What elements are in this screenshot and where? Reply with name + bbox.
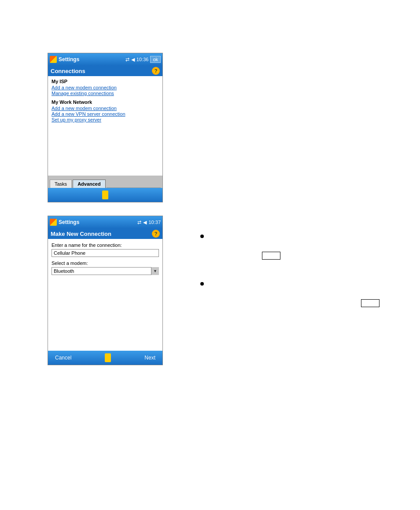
windows-logo-icon2 [50,219,57,226]
time-display2: 10:37 [148,220,161,225]
titlebar2-title: Settings [59,219,136,225]
time-display: 10:36 [136,57,149,62]
small-rect2 [361,299,379,307]
titlebar2-icons: ⇄ ◀ 10:37 [137,220,161,225]
screen2-make-connection: Settings ⇄ ◀ 10:37 Make New Connection ?… [48,216,163,365]
work-add-vpn-link[interactable]: Add a new VPN server connection [52,111,159,117]
connections-body: My ISP Add a new modem connection Manage… [48,76,162,176]
titlebar2: Settings ⇄ ◀ 10:37 [48,216,162,228]
connections-header: Connections ? [48,66,162,76]
isp-manage-link[interactable]: Manage existing connections [52,91,159,96]
tab-advanced[interactable]: Advanced [73,180,106,188]
tab-rest [107,179,161,188]
phone-icon [102,191,108,199]
tabs-bar: Tasks Advanced [48,176,162,188]
work-proxy-link[interactable]: Set up my proxy server [52,117,159,122]
bottom-bar2: Cancel Next [48,351,162,365]
make-conn-title: Make New Connection [51,231,111,237]
isp-add-modem-link[interactable]: Add a new modem connection [52,85,159,90]
bullet2 [200,282,204,286]
screen1-connections: Settings ⇄ ◀ 10:36 ok Connections ? My I… [48,53,163,202]
work-heading: My Work Network [52,99,159,105]
network-icon: ⇄ [125,57,129,62]
make-conn-header: Make New Connection ? [48,228,162,239]
modem-label: Select a modem: [52,261,159,266]
tab-tasks[interactable]: Tasks [50,180,72,188]
bottom-bar1 [48,188,162,202]
sound-icon2: ◀ [143,220,147,225]
titlebar1-icons: ⇄ ◀ 10:36 [125,57,149,62]
phone-icon2 [105,353,111,362]
connection-name-input[interactable] [52,249,159,257]
modem-select[interactable]: Bluetooth [52,267,159,275]
cancel-button[interactable]: Cancel [55,355,71,361]
connections-title: Connections [51,68,85,74]
network-icon2: ⇄ [137,220,141,225]
work-section: My Work Network Add a new modem connecti… [52,99,159,122]
ok-button[interactable]: ok [150,56,161,63]
bullet1 [200,235,204,238]
next-button[interactable]: Next [144,355,155,361]
titlebar1: Settings ⇄ ◀ 10:36 ok [48,53,162,66]
work-add-modem-link[interactable]: Add a new modem connection [52,106,159,111]
titlebar1-title: Settings [59,56,124,62]
isp-section: My ISP Add a new modem connection Manage… [52,79,159,96]
sound-icon: ◀ [131,57,135,62]
help-icon2[interactable]: ? [152,230,160,238]
modem-select-wrapper: Bluetooth ▼ [52,267,159,275]
isp-heading: My ISP [52,79,159,84]
make-conn-body: Enter a name for the connection: Select … [48,239,162,351]
name-label: Enter a name for the connection: [52,242,159,248]
windows-logo-icon [50,56,57,63]
help-icon[interactable]: ? [152,67,160,75]
small-rect1 [262,252,280,260]
